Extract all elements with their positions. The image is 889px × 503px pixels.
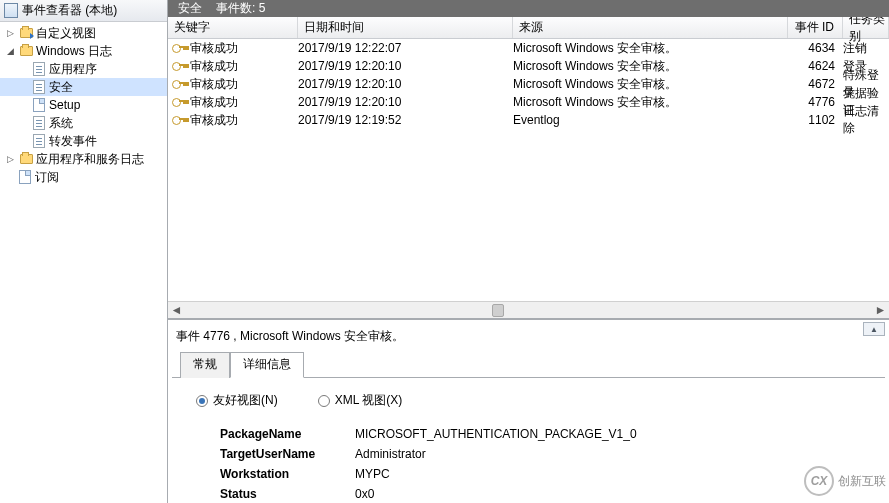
table-row[interactable]: 审核成功2017/9/19 12:20:10Microsoft Windows … bbox=[168, 75, 889, 93]
field-value-packagename: MICROSOFT_AUTHENTICATION_PACKAGE_V1_0 bbox=[355, 427, 637, 447]
cell-datetime: 2017/9/19 12:20:10 bbox=[298, 59, 513, 73]
cell-keyword: 审核成功 bbox=[190, 40, 238, 57]
tab-general[interactable]: 常规 bbox=[180, 352, 230, 378]
cell-task: 日志清除 bbox=[843, 103, 889, 137]
cell-keyword: 审核成功 bbox=[190, 58, 238, 75]
tree-item-security[interactable]: 安全 bbox=[0, 78, 167, 96]
tree-label: 自定义视图 bbox=[36, 25, 96, 42]
key-icon bbox=[172, 77, 186, 91]
tree-label: 应用程序和服务日志 bbox=[36, 151, 144, 168]
info-security-label: 安全 bbox=[178, 0, 202, 17]
tree-item-windows-logs[interactable]: ◢ Windows 日志 bbox=[0, 42, 167, 60]
info-count-label: 事件数: 5 bbox=[216, 0, 265, 17]
tree-label: Windows 日志 bbox=[36, 43, 112, 60]
collapse-icon[interactable]: ◢ bbox=[4, 46, 16, 56]
tree-item-setup[interactable]: Setup bbox=[0, 96, 167, 114]
cell-eventid: 4776 bbox=[788, 95, 843, 109]
tree-item-system[interactable]: 系统 bbox=[0, 114, 167, 132]
cell-source: Microsoft Windows 安全审核。 bbox=[513, 58, 788, 75]
tree-item-app-services[interactable]: ▷ 应用程序和服务日志 bbox=[0, 150, 167, 168]
tree-label: 转发事件 bbox=[49, 133, 97, 150]
tree-item-application[interactable]: 应用程序 bbox=[0, 60, 167, 78]
field-label-packagename: PackageName bbox=[220, 427, 355, 447]
watermark-icon: CX bbox=[804, 466, 834, 496]
cell-datetime: 2017/9/19 12:20:10 bbox=[298, 95, 513, 109]
log-icon bbox=[32, 134, 46, 148]
app-title: 事件查看器 (本地) bbox=[22, 2, 117, 19]
cell-keyword: 审核成功 bbox=[190, 112, 238, 129]
detail-tabs: 常规 详细信息 bbox=[172, 351, 885, 378]
tree-label: 订阅 bbox=[35, 169, 59, 186]
event-viewer-icon bbox=[4, 4, 18, 18]
cell-keyword: 审核成功 bbox=[190, 94, 238, 111]
cell-keyword: 审核成功 bbox=[190, 76, 238, 93]
field-label-targetuser: TargetUserName bbox=[220, 447, 355, 467]
cell-datetime: 2017/9/19 12:20:10 bbox=[298, 77, 513, 91]
tree-item-forwarded[interactable]: 转发事件 bbox=[0, 132, 167, 150]
table-row[interactable]: 审核成功2017/9/19 12:20:10Microsoft Windows … bbox=[168, 93, 889, 111]
tree-label: 安全 bbox=[49, 79, 73, 96]
watermark-text: 创新互联 bbox=[838, 473, 886, 490]
detail-title: 事件 4776 , Microsoft Windows 安全审核。 bbox=[172, 324, 885, 351]
expand-icon[interactable]: ▷ bbox=[4, 28, 16, 38]
folder-icon bbox=[19, 44, 33, 58]
col-source[interactable]: 来源 bbox=[513, 17, 788, 38]
tree-panel: 事件查看器 (本地) ▷ 自定义视图 ◢ Windows 日志 应用程序 安全 … bbox=[0, 0, 168, 503]
col-datetime[interactable]: 日期和时间 bbox=[298, 17, 513, 38]
scroll-thumb[interactable] bbox=[492, 304, 504, 317]
tree-label: 系统 bbox=[49, 115, 73, 132]
key-icon bbox=[172, 113, 186, 127]
event-list: 关键字 日期和时间 来源 事件 ID 任务类别 审核成功2017/9/19 12… bbox=[168, 17, 889, 319]
expand-icon[interactable]: ▷ bbox=[4, 154, 16, 164]
detail-panel: ▲ 事件 4776 , Microsoft Windows 安全审核。 常规 详… bbox=[168, 319, 889, 503]
table-row[interactable]: 审核成功2017/9/19 12:19:52Eventlog1102日志清除 bbox=[168, 111, 889, 129]
info-bar: 安全 事件数: 5 bbox=[168, 0, 889, 17]
cell-eventid: 4634 bbox=[788, 41, 843, 55]
cell-task: 注销 bbox=[843, 40, 889, 57]
scroll-right-icon[interactable]: ► bbox=[872, 303, 889, 318]
log-icon bbox=[32, 80, 46, 94]
cell-source: Eventlog bbox=[513, 113, 788, 127]
column-headers: 关键字 日期和时间 来源 事件 ID 任务类别 bbox=[168, 17, 889, 39]
field-label-status: Status bbox=[220, 487, 355, 503]
table-row[interactable]: 审核成功2017/9/19 12:22:07Microsoft Windows … bbox=[168, 39, 889, 57]
radio-icon bbox=[196, 395, 208, 407]
scroll-left-icon[interactable]: ◄ bbox=[168, 303, 185, 318]
folder-icon bbox=[19, 152, 33, 166]
cell-source: Microsoft Windows 安全审核。 bbox=[513, 76, 788, 93]
tree-item-subscriptions[interactable]: 订阅 bbox=[0, 168, 167, 186]
col-keyword[interactable]: 关键字 bbox=[168, 17, 298, 38]
tree-label: Setup bbox=[49, 98, 80, 112]
col-eventid[interactable]: 事件 ID bbox=[788, 17, 843, 38]
col-task[interactable]: 任务类别 bbox=[843, 17, 889, 38]
folder-icon bbox=[19, 26, 33, 40]
horizontal-scrollbar[interactable]: ◄ ► bbox=[168, 301, 889, 318]
field-label-workstation: Workstation bbox=[220, 467, 355, 487]
cell-datetime: 2017/9/19 12:19:52 bbox=[298, 113, 513, 127]
collapse-button[interactable]: ▲ bbox=[863, 322, 885, 336]
key-icon bbox=[172, 95, 186, 109]
cell-source: Microsoft Windows 安全审核。 bbox=[513, 40, 788, 57]
field-value-workstation: MYPC bbox=[355, 467, 390, 487]
cell-eventid: 1102 bbox=[788, 113, 843, 127]
key-icon bbox=[172, 41, 186, 55]
tab-details[interactable]: 详细信息 bbox=[230, 352, 304, 378]
cell-eventid: 4624 bbox=[788, 59, 843, 73]
log-icon bbox=[32, 98, 46, 112]
radio-label: XML 视图(X) bbox=[335, 392, 403, 409]
radio-label: 友好视图(N) bbox=[213, 392, 278, 409]
log-icon bbox=[32, 62, 46, 76]
field-value-status: 0x0 bbox=[355, 487, 374, 503]
tree-header: 事件查看器 (本地) bbox=[0, 0, 167, 22]
tree-label: 应用程序 bbox=[49, 61, 97, 78]
field-value-targetuser: Administrator bbox=[355, 447, 426, 467]
radio-icon bbox=[318, 395, 330, 407]
main-panel: 安全 事件数: 5 关键字 日期和时间 来源 事件 ID 任务类别 审核成功20… bbox=[168, 0, 889, 503]
table-row[interactable]: 审核成功2017/9/19 12:20:10Microsoft Windows … bbox=[168, 57, 889, 75]
radio-xml-view[interactable]: XML 视图(X) bbox=[318, 392, 403, 409]
radio-friendly-view[interactable]: 友好视图(N) bbox=[196, 392, 278, 409]
cell-datetime: 2017/9/19 12:22:07 bbox=[298, 41, 513, 55]
watermark: CX 创新互联 bbox=[801, 455, 889, 503]
tree-item-custom-views[interactable]: ▷ 自定义视图 bbox=[0, 24, 167, 42]
subscription-icon bbox=[18, 170, 32, 184]
